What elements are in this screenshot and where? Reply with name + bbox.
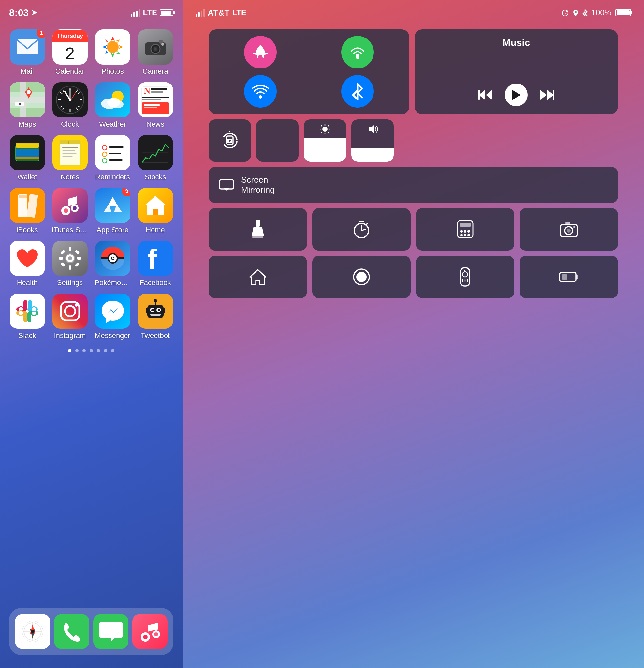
- timer-btn[interactable]: [312, 208, 411, 250]
- wifi-btn[interactable]: [215, 75, 306, 108]
- news-label: News: [138, 120, 173, 128]
- volume-slider[interactable]: [351, 119, 394, 162]
- app-icon-stocks[interactable]: Stocks: [137, 135, 173, 181]
- svg-point-114: [31, 307, 36, 312]
- svg-point-190: [567, 229, 571, 232]
- app-icon-clock[interactable]: Clock: [52, 82, 88, 128]
- app-icon-tweetbot[interactable]: Tweetbot: [137, 293, 173, 340]
- app-icon-photos[interactable]: Photos: [95, 29, 131, 76]
- prev-icon: [478, 88, 494, 102]
- app-icon-ibooks[interactable]: iBooks: [9, 188, 45, 234]
- lock-rotation-btn[interactable]: [208, 119, 251, 162]
- app-icon-pokemon[interactable]: Pokémon GO: [95, 241, 131, 287]
- app-icon-itunes[interactable]: iTunes Store: [52, 188, 88, 234]
- brightness-icon: [319, 123, 331, 135]
- app-icon-reminders[interactable]: Reminders: [95, 135, 131, 181]
- clock-label: Clock: [52, 120, 88, 128]
- battery-indicator: [160, 10, 173, 16]
- cc-utils-row1: [208, 208, 618, 250]
- dock-phone[interactable]: [54, 614, 89, 649]
- bluetooth-btn[interactable]: [312, 75, 403, 108]
- app-icon-slack[interactable]: Slack: [9, 293, 45, 340]
- cc-music-block: Music: [414, 29, 618, 114]
- svg-rect-71: [109, 147, 124, 148]
- app-icon-settings[interactable]: Settings: [52, 241, 88, 287]
- do-not-disturb-btn[interactable]: [256, 119, 299, 162]
- app-icon-health[interactable]: Health: [9, 241, 45, 287]
- app-icon-home[interactable]: Home: [137, 188, 173, 234]
- dock-music[interactable]: [132, 614, 168, 649]
- prev-btn[interactable]: [478, 88, 494, 102]
- app-icon-maps[interactable]: I-280 Maps: [9, 82, 45, 128]
- app-icon-notes[interactable]: Notes: [52, 135, 88, 181]
- wallet-label: Wallet: [10, 173, 45, 181]
- status-bar-right: AT&T LTE 100%: [183, 0, 644, 19]
- alarm-icon: [562, 9, 569, 16]
- bluetooth-icon: [582, 9, 587, 16]
- svg-rect-58: [16, 149, 39, 157]
- svg-rect-203: [576, 275, 578, 279]
- app-icon-facebook[interactable]: f Facebook: [137, 241, 173, 287]
- hotspot-btn[interactable]: [312, 36, 403, 69]
- brightness-slider[interactable]: [304, 119, 346, 162]
- svg-line-168: [321, 132, 322, 133]
- home-cc-btn[interactable]: [208, 256, 307, 298]
- app-icon-weather[interactable]: Weather: [95, 82, 131, 128]
- app-icon-instagram[interactable]: Instagram: [52, 293, 88, 340]
- camera-util-btn[interactable]: [519, 208, 618, 250]
- weather-label: Weather: [95, 120, 131, 128]
- signal-bars: [131, 9, 140, 17]
- app-icon-wallet[interactable]: Wallet: [9, 135, 45, 181]
- svg-point-192: [573, 226, 575, 228]
- svg-point-116: [65, 306, 75, 316]
- screen-mirroring-btn[interactable]: Screen Mirroring: [208, 167, 618, 203]
- dot-5: [104, 349, 107, 352]
- calculator-btn[interactable]: [416, 208, 514, 250]
- right-phone: AT&T LTE 100%: [183, 0, 644, 668]
- app-icon-messenger[interactable]: Messenger: [95, 293, 131, 340]
- svg-rect-93: [60, 249, 65, 255]
- camera-label: Camera: [138, 67, 173, 76]
- messenger-label: Messenger: [95, 331, 131, 340]
- svg-point-88: [68, 256, 72, 260]
- home-cc-icon: [248, 267, 268, 287]
- svg-rect-204: [562, 274, 567, 279]
- svg-rect-20: [10, 97, 45, 103]
- low-power-btn[interactable]: [519, 256, 618, 298]
- lte-label: LTE: [143, 8, 157, 17]
- home-label: Home: [138, 226, 173, 234]
- app-icon-calendar[interactable]: Thursday 2 Calendar: [52, 29, 88, 76]
- facebook-label: Facebook: [138, 278, 173, 287]
- svg-point-21: [27, 90, 31, 94]
- app-icon-appstore[interactable]: 9 App Store: [95, 188, 131, 234]
- svg-point-184: [467, 230, 470, 232]
- dock-safari[interactable]: [15, 614, 50, 649]
- cc-mid-row: [208, 119, 618, 162]
- app-icon-news[interactable]: N News: [137, 82, 173, 128]
- screen-record-btn[interactable]: [312, 256, 411, 298]
- volume-fill: [351, 148, 394, 162]
- svg-point-41: [69, 98, 72, 101]
- battery-pct-right: 100%: [592, 8, 611, 17]
- app-icon-camera[interactable]: Camera: [137, 29, 173, 76]
- lock-rotation-icon: [220, 131, 239, 150]
- svg-rect-80: [27, 194, 38, 217]
- app-icon-mail[interactable]: 1 Mail: [9, 29, 45, 76]
- dot-2: [82, 349, 86, 352]
- play-btn[interactable]: [505, 84, 528, 106]
- svg-point-186: [464, 234, 466, 237]
- svg-marker-151: [512, 90, 520, 100]
- app-grid: 1 Mail Thursday 2 Calendar: [0, 23, 183, 346]
- appletv-btn[interactable]: [416, 256, 514, 298]
- svg-line-177: [361, 229, 365, 231]
- dock-messages[interactable]: [93, 614, 128, 649]
- tweetbot-label: Tweetbot: [138, 331, 173, 340]
- next-btn[interactable]: [538, 88, 554, 102]
- flashlight-btn[interactable]: [208, 208, 307, 250]
- maps-label: Maps: [10, 120, 45, 128]
- status-right-right: 100%: [562, 8, 631, 17]
- svg-marker-159: [229, 131, 231, 132]
- airplane-mode-btn[interactable]: [215, 36, 306, 69]
- svg-rect-79: [19, 195, 27, 198]
- svg-point-158: [229, 140, 231, 141]
